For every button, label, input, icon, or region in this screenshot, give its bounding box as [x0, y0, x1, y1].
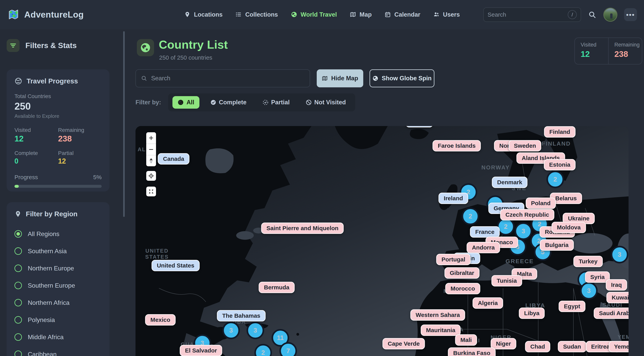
map-cluster-marker[interactable]: 3 [222, 322, 240, 339]
country-pill-clipped[interactable] [406, 126, 433, 127]
map-cluster-marker[interactable]: 3 [514, 222, 532, 240]
country-pill-czech-republic[interactable]: Czech Republic [500, 209, 554, 220]
country-pill-poland[interactable]: Poland [526, 198, 556, 209]
country-pill-united-states[interactable]: United States [152, 260, 200, 271]
country-pill-moldova[interactable]: Moldova [552, 222, 586, 233]
country-pill-saudi-arabia[interactable]: Saudi Arabia [594, 308, 628, 319]
region-option-all-regions[interactable]: All Regions [14, 225, 102, 243]
filter-chip-not-visited[interactable]: Not Visited [301, 96, 351, 109]
map-basemap-label: AL [138, 147, 146, 153]
country-pill-chad[interactable]: Chad [525, 341, 550, 352]
country-pill-portugal[interactable]: Portugal [436, 254, 470, 265]
sidebar-scrollbar[interactable] [123, 31, 125, 217]
country-pill-el-salvador[interactable]: El Salvador [180, 345, 222, 356]
country-search-input[interactable] [151, 75, 304, 82]
locate-button[interactable] [146, 171, 156, 181]
country-pill-egypt[interactable]: Egypt [558, 301, 585, 312]
region-option-northern-europe[interactable]: Northern Europe [14, 260, 102, 277]
nav-item-users[interactable]: Users [433, 11, 460, 18]
filter-row: Filter by: AllCompletePartialNot Visited [136, 93, 355, 111]
country-pill-yemen[interactable]: Yemen [609, 341, 628, 352]
filter-chip-complete[interactable]: Complete [205, 96, 252, 109]
country-pill-turkey[interactable]: Turkey [574, 256, 603, 267]
nav-item-world-travel[interactable]: World Travel [291, 11, 337, 18]
country-pill-france[interactable]: France [470, 226, 500, 238]
country-pill-iraq[interactable]: Iraq [606, 279, 627, 291]
country-pill-estonia[interactable]: Estonia [544, 159, 576, 170]
filter-chip-all[interactable]: All [172, 96, 200, 109]
country-pill-tunisia[interactable]: Tunisia [492, 275, 522, 287]
country-pill-morocco[interactable]: Morocco [445, 283, 480, 294]
country-pill-canada[interactable]: Canada [158, 153, 190, 165]
more-menu-button[interactable]: ••• [624, 8, 637, 21]
travel-progress-title: Travel Progress [26, 77, 78, 85]
region-option-caribbean[interactable]: Caribbean [14, 346, 102, 356]
travel-progress-header: Travel Progress [14, 77, 102, 85]
country-pill-faroe-islands[interactable]: Faroe Islands [432, 140, 481, 151]
country-pill-sudan[interactable]: Sudan [558, 341, 586, 352]
country-pill-mexico[interactable]: Mexico [145, 314, 176, 326]
zoom-out-button[interactable] [146, 144, 156, 155]
hide-map-button[interactable]: Hide Map [317, 69, 363, 87]
filter-by-label: Filter by: [136, 99, 161, 106]
country-pill-denmark[interactable]: Denmark [492, 177, 528, 188]
radio-unchecked[interactable] [14, 247, 22, 255]
map-cluster-marker[interactable]: 2 [546, 171, 564, 188]
region-option-middle-africa[interactable]: Middle Africa [14, 329, 102, 346]
country-pill-cape-verde[interactable]: Cape Verde [382, 338, 425, 349]
country-pill-andorra[interactable]: Andorra [467, 242, 500, 253]
country-search[interactable] [136, 69, 310, 87]
fullscreen-button[interactable] [146, 187, 156, 196]
country-pill-bulgaria[interactable]: Bulgaria [540, 239, 574, 251]
sidebar-title: Filters & Stats [26, 41, 77, 50]
users-icon [433, 11, 440, 18]
avatar[interactable] [603, 8, 618, 22]
show-globe-spin-button[interactable]: Show Globe Spin [370, 69, 434, 87]
map-cluster-marker[interactable]: 3 [580, 282, 598, 300]
map-cluster-marker[interactable]: 2 [462, 208, 479, 225]
filter-icon[interactable] [7, 39, 20, 52]
country-pill-saint-pierre-and-miquelon[interactable]: Saint Pierre and Miquelon [261, 223, 344, 234]
brand[interactable]: AdventureLog [8, 9, 84, 20]
radio-unchecked[interactable] [14, 282, 22, 289]
country-pill-burkina-faso[interactable]: Burkina Faso [448, 348, 496, 356]
country-pill-niger[interactable]: Niger [491, 338, 516, 349]
country-pill-the-bahamas[interactable]: The Bahamas [217, 310, 266, 322]
country-pill-kuwait[interactable]: Kuwait [606, 292, 628, 303]
radio-unchecked[interactable] [14, 333, 22, 341]
country-pill-western-sahara[interactable]: Western Sahara [410, 309, 465, 321]
filter-chip-partial[interactable]: Partial [258, 96, 295, 109]
compass-pitch-control[interactable] [146, 155, 156, 166]
radio-unchecked[interactable] [14, 316, 22, 324]
country-pill-sweden[interactable]: Sweden [508, 140, 541, 151]
country-pill-libya[interactable]: Libya [519, 308, 545, 319]
region-option-polynesia[interactable]: Polynesia [14, 311, 102, 329]
region-filter-header: Filter by Region [14, 210, 102, 218]
country-pill-bermuda[interactable]: Bermuda [259, 282, 295, 293]
region-option-southern-asia[interactable]: Southern Asia [14, 243, 102, 260]
region-option-northern-africa[interactable]: Northern Africa [14, 294, 102, 311]
country-pill-finland[interactable]: Finland [544, 126, 576, 138]
navbar-search[interactable]: / [483, 7, 581, 22]
region-option-label: Northern Europe [28, 265, 74, 272]
nav-item-locations[interactable]: Locations [184, 11, 222, 18]
navbar-search-input[interactable] [488, 11, 564, 18]
country-pill-mali[interactable]: Mali [455, 334, 477, 346]
country-pill-algeria[interactable]: Algeria [472, 297, 503, 309]
region-option-southern-europe[interactable]: Southern Europe [14, 277, 102, 294]
radio-unchecked[interactable] [14, 299, 22, 306]
radio-unchecked[interactable] [14, 265, 22, 272]
world-map[interactable]: UNITED STATESCUBAGUAALNORWAYSWEFINLANDGR… [136, 126, 628, 356]
nav-item-collections[interactable]: Collections [236, 11, 278, 18]
search-icon[interactable] [588, 10, 597, 19]
radio-unchecked[interactable] [14, 351, 22, 356]
radio-checked[interactable] [14, 230, 22, 238]
country-pill-mauritania[interactable]: Mauritania [421, 325, 460, 336]
country-pill-ireland[interactable]: Ireland [438, 193, 468, 204]
nav-item-map[interactable]: Map [350, 11, 372, 18]
country-pill-gibraltar[interactable]: Gibraltar [444, 267, 480, 279]
map-cluster-marker[interactable]: 3 [611, 246, 628, 263]
nav-item-calendar[interactable]: Calendar [384, 11, 420, 18]
zoom-in-button[interactable] [146, 132, 156, 144]
map-cluster-marker[interactable]: 3 [246, 322, 264, 339]
